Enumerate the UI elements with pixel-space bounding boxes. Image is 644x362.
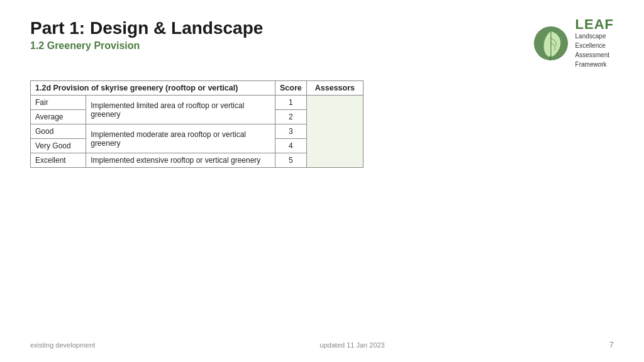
header: Part 1: Design & Landscape 1.2 Greenery … (30, 18, 614, 69)
table-row: Fair Implemented limited area of rooftop… (31, 96, 364, 110)
table-header-assessors: Assessors (306, 81, 363, 96)
score-cell: 1 (275, 96, 306, 110)
footer-center: updated 11 Jan 2023 (319, 341, 384, 349)
table-header-main: 1.2d Provision of skyrise greenery (roof… (31, 81, 275, 96)
logo-area: leaf Landscape Excellence Assessment Fra… (533, 18, 614, 69)
rating-cell: Average (31, 110, 86, 124)
rating-cell: Excellent (31, 153, 86, 168)
main-title: Part 1: Design & Landscape (30, 18, 263, 39)
logo-brand: leaf (575, 18, 614, 31)
logo-line3: Assessment (575, 50, 614, 60)
logo-text-block: leaf Landscape Excellence Assessment Fra… (575, 18, 614, 69)
score-cell: 3 (275, 124, 306, 139)
subtitle: 1.2 Greenery Provision (30, 40, 263, 52)
score-cell: 4 (275, 139, 306, 153)
table-header-row: 1.2d Provision of skyrise greenery (roof… (31, 81, 364, 96)
leaf-logo-icon (533, 25, 569, 62)
table-container: 1.2d Provision of skyrise greenery (roof… (30, 80, 614, 168)
description-cell: Implemented extensive rooftop or vertica… (86, 153, 275, 168)
description-cell: Implemented limited area of rooftop or v… (86, 96, 275, 124)
rating-cell: Good (31, 124, 86, 139)
score-cell: 5 (275, 153, 306, 168)
logo-line1: Landscape (575, 31, 614, 41)
assessors-cell (306, 96, 363, 168)
scoring-table: 1.2d Provision of skyrise greenery (roof… (30, 80, 364, 168)
footer: existing development updated 11 Jan 2023… (0, 340, 644, 349)
footer-left: existing development (30, 341, 95, 349)
score-cell: 2 (275, 110, 306, 124)
title-block: Part 1: Design & Landscape 1.2 Greenery … (30, 18, 263, 52)
logo-line2: Excellence (575, 41, 614, 50)
description-cell: Implemented moderate area rooftop or ver… (86, 124, 275, 153)
footer-page-number: 7 (609, 340, 614, 349)
table-header-score: Score (275, 81, 306, 96)
logo-line4: Framework (575, 60, 614, 69)
rating-cell: Very Good (31, 139, 86, 153)
page: Part 1: Design & Landscape 1.2 Greenery … (0, 0, 644, 362)
rating-cell: Fair (31, 96, 86, 110)
